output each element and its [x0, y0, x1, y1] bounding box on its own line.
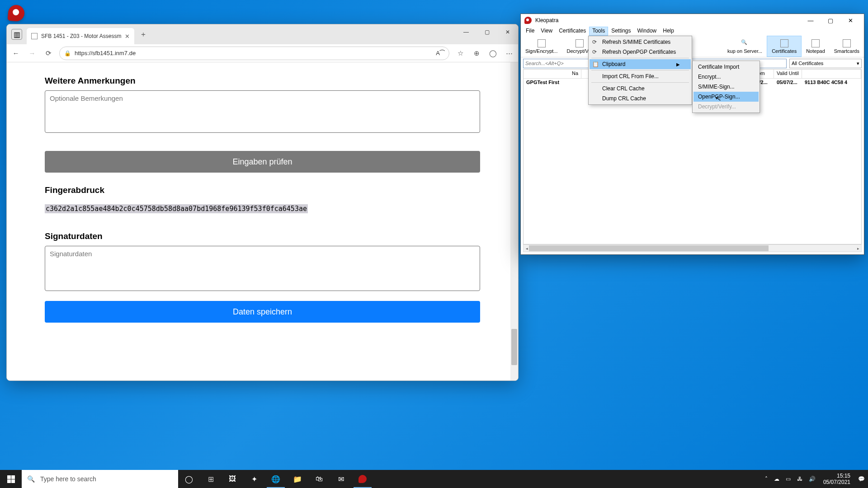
page-scrollbar[interactable] [510, 62, 518, 380]
maximize-button[interactable]: ▢ [476, 24, 497, 40]
horizontal-scrollbar[interactable]: ◂▸ [523, 244, 862, 252]
taskbar-kleopatra[interactable] [352, 470, 373, 488]
profile-button[interactable]: ◯ [487, 48, 498, 59]
lock-icon: 🔒 [64, 50, 71, 56]
menu-help[interactable]: Help [660, 27, 677, 36]
refresh-icon: ⟳ [592, 49, 597, 55]
search-icon: 🔍 [27, 475, 35, 483]
submenu-encrypt[interactable]: Encrypt... [693, 72, 759, 82]
refresh-icon: ⟳ [592, 39, 597, 45]
browser-tabstrip: ▥ SFB 1451 - Z03 - Motor Assessm ✕ ＋ ― ▢… [7, 24, 518, 44]
task-view-button[interactable]: ◯ [178, 470, 200, 488]
submenu-openpgp-sign[interactable]: OpenPGP-Sign... [693, 92, 759, 102]
clipboard-submenu: Certificate Import Encrypt... S/MIME-Sig… [692, 61, 760, 113]
taskbar-cortana[interactable]: ⊞ [200, 470, 222, 488]
submenu-arrow-icon: ▶ [676, 62, 680, 67]
save-data-button[interactable]: Daten speichern [45, 301, 480, 323]
clipboard-icon: 📋 [592, 61, 599, 67]
tb-lookup-server[interactable]: 🔍kup on Server... [723, 36, 767, 57]
taskbar-search[interactable]: 🔍Type here to search [22, 470, 178, 488]
signature-textarea[interactable] [45, 246, 480, 291]
taskbar-store[interactable]: 🛍 [308, 470, 330, 488]
collections-button[interactable]: ⊕ [471, 48, 482, 59]
read-aloud-icon[interactable]: A⁀ [436, 50, 444, 56]
taskbar-explorer[interactable]: 📁 [287, 470, 308, 488]
reload-button[interactable]: ⟳ [43, 48, 54, 59]
tb-certificates[interactable]: Certificates [767, 36, 802, 57]
cert-filter-combo[interactable]: All Certificates▾ [789, 59, 862, 68]
chevron-down-icon: ▾ [857, 61, 859, 66]
submenu-cert-import[interactable]: Certificate Import [693, 62, 759, 72]
start-button[interactable] [0, 470, 22, 488]
address-bar[interactable]: 🔒 https://sfb1451.inm7.de A⁀ [59, 47, 449, 60]
tray-meet-icon[interactable]: ▭ [783, 476, 794, 482]
minimize-button[interactable]: ― [801, 17, 821, 24]
tools-dropdown-menu: ⟳Refresh S/MIME Certificates ⟳Refresh Op… [588, 36, 692, 105]
kleopatra-menubar: File View Certificates Tools Settings Wi… [521, 27, 864, 36]
tab-title: SFB 1451 - Z03 - Motor Assessm [41, 33, 121, 39]
fingerprint-value[interactable]: c362d2a1c855ae484b2c0c45758db58d8aa07bd1… [45, 204, 308, 213]
remarks-textarea[interactable] [45, 90, 480, 133]
tray-chevron-icon[interactable]: ˄ [762, 476, 771, 482]
submenu-smime-sign[interactable]: S/MIME-Sign... [693, 82, 759, 92]
menu-tools[interactable]: Tools [589, 27, 608, 36]
kleopatra-icon [524, 17, 532, 24]
tb-smartcards[interactable]: Smartcards [830, 36, 864, 57]
taskbar-mail[interactable]: ✉ [330, 470, 352, 488]
tray-network-icon[interactable]: 🖧 [794, 476, 806, 482]
minimize-button[interactable]: ― [456, 24, 476, 40]
system-tray: ˄ ☁ ▭ 🖧 🔊 15:15 05/07/2021 💬 [762, 470, 868, 488]
kleopatra-desktop-icon[interactable] [7, 4, 25, 22]
menu-refresh-pgp[interactable]: ⟳Refresh OpenPGP Certificates [590, 47, 691, 57]
check-inputs-button[interactable]: Eingaben prüfen [45, 151, 480, 173]
signature-heading: Signaturdaten [45, 231, 480, 241]
window-title: Kleopatra [535, 17, 558, 23]
forward-button: → [27, 48, 38, 59]
tray-onedrive-icon[interactable]: ☁ [771, 476, 783, 482]
edge-browser-window: ▥ SFB 1451 - Z03 - Motor Assessm ✕ ＋ ― ▢… [6, 24, 519, 381]
tb-sign-encrypt[interactable]: Sign/Encrypt... [521, 36, 562, 57]
menu-clear-crl[interactable]: Clear CRL Cache [590, 84, 691, 94]
page-icon [31, 33, 38, 39]
taskbar-edge[interactable]: 🌐 [265, 470, 287, 488]
menu-certificates[interactable]: Certificates [556, 27, 589, 36]
menu-clipboard[interactable]: 📋Clipboard▶ [590, 59, 691, 69]
kleopatra-toolbar: Sign/Encrypt... Decrypt/Ver 🔍kup on Serv… [521, 36, 864, 57]
windows-taskbar: 🔍Type here to search ◯ ⊞ 🖼 ✦ 🌐 📁 🛍 ✉ ˄ ☁… [0, 470, 868, 488]
url-text: https://sfb1451.inm7.de [75, 50, 136, 56]
menu-import-crl[interactable]: Import CRL From File... [590, 71, 691, 81]
kleopatra-window: Kleopatra ― ▢ ✕ File View Certificates T… [520, 14, 864, 255]
remarks-heading: Weitere Anmerkungen [45, 76, 480, 86]
favorites-button[interactable]: ☆ [455, 48, 466, 59]
menu-file[interactable]: File [523, 27, 538, 36]
submenu-decrypt-verify: Decrypt/Verify... [693, 102, 759, 112]
page-content: Weitere Anmerkungen Eingaben prüfen Fing… [7, 62, 518, 380]
browser-menu-button[interactable]: ⋯ [504, 48, 514, 59]
browser-tab[interactable]: SFB 1451 - Z03 - Motor Assessm ✕ [27, 28, 134, 44]
taskbar-app-2[interactable]: ✦ [243, 470, 265, 488]
tray-volume-icon[interactable]: 🔊 [806, 476, 819, 482]
menu-settings[interactable]: Settings [608, 27, 634, 36]
tb-notepad[interactable]: Notepad [802, 36, 830, 57]
maximize-button[interactable]: ▢ [821, 17, 840, 24]
close-tab-icon[interactable]: ✕ [125, 33, 130, 40]
fingerprint-heading: Fingerabdruck [45, 185, 480, 195]
new-tab-button[interactable]: ＋ [137, 28, 150, 41]
back-button[interactable]: ← [10, 48, 21, 59]
tab-actions-button[interactable]: ▥ [11, 29, 22, 40]
close-window-button[interactable]: ✕ [497, 24, 518, 40]
close-button[interactable]: ✕ [840, 17, 860, 24]
taskbar-clock[interactable]: 15:15 05/07/2021 [819, 473, 855, 486]
menu-dump-crl[interactable]: Dump CRL Cache [590, 94, 691, 103]
menu-window[interactable]: Window [634, 27, 660, 36]
notifications-button[interactable]: 💬 [855, 476, 868, 482]
browser-navbar: ← → ⟳ 🔒 https://sfb1451.inm7.de A⁀ ☆ ⊕ ◯… [7, 44, 518, 62]
menu-view[interactable]: View [538, 27, 556, 36]
kleopatra-titlebar[interactable]: Kleopatra ― ▢ ✕ [521, 14, 864, 27]
taskbar-app-1[interactable]: 🖼 [222, 470, 243, 488]
menu-refresh-smime[interactable]: ⟳Refresh S/MIME Certificates [590, 37, 691, 47]
